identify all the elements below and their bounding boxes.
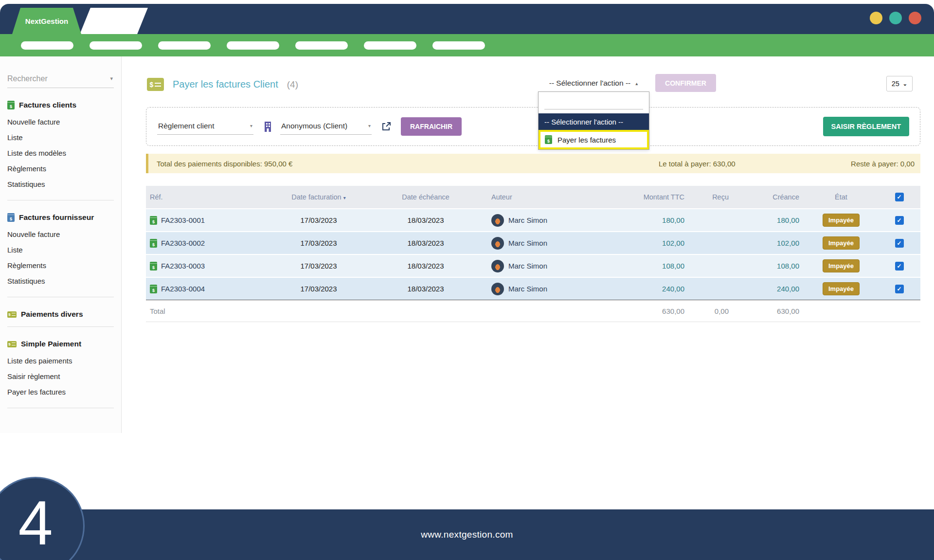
external-link-icon[interactable] bbox=[381, 122, 391, 131]
available-payments-total: Total des paiements disponibles: 950,00 … bbox=[157, 160, 292, 168]
action-dropdown-panel: -- Sélectionner l'action -- $ Payer les … bbox=[538, 91, 649, 150]
avatar bbox=[491, 260, 504, 272]
status-badge: Impayée bbox=[823, 259, 860, 272]
row-checkbox[interactable] bbox=[895, 262, 904, 271]
sidebar-section-factures-clients: $ Factures clients Nouvelle facture List… bbox=[0, 101, 121, 192]
brand-tab[interactable]: NextGestion bbox=[12, 8, 81, 34]
blank-tab[interactable] bbox=[80, 8, 148, 34]
total-to-pay: Le total à payer: 630,00 bbox=[659, 160, 736, 168]
building-icon bbox=[263, 122, 272, 132]
table-row: $FA2303-0004 17/03/2023 18/03/2023 Marc … bbox=[146, 278, 920, 300]
status-badge: Impayée bbox=[823, 214, 860, 227]
row-checkbox[interactable] bbox=[895, 239, 904, 248]
sidebar-item-payer-les-factures[interactable]: Payer les factures bbox=[7, 384, 121, 400]
section-title: Factures fournisseur bbox=[19, 213, 94, 222]
table-row: $FA2303-0002 17/03/2023 18/03/2023 Marc … bbox=[146, 232, 920, 254]
confirm-button[interactable]: CONFIRMER bbox=[655, 74, 716, 92]
sidebar-item-reglements[interactable]: Règlements bbox=[7, 258, 121, 273]
refresh-button[interactable]: RAFRAICHIR bbox=[401, 117, 462, 136]
payment-type-value: Règlement client bbox=[158, 122, 214, 130]
total-received: 0,00 bbox=[689, 307, 734, 315]
status-badge: Impayée bbox=[823, 236, 860, 250]
title-row: $ Payer les factures Client (4) -- Sélec… bbox=[146, 73, 920, 100]
page-size-select[interactable]: 25 ⌄ bbox=[886, 76, 913, 91]
author-name: Marc Simon bbox=[508, 285, 547, 293]
main-navbar bbox=[0, 34, 934, 56]
filter-panel: Règlement client ▾ Anonymous (Client) ▾ … bbox=[146, 107, 920, 146]
avatar bbox=[491, 214, 504, 227]
sidebar-item-saisir-reglement[interactable]: Saisir règlement bbox=[7, 369, 121, 384]
col-invoice-date[interactable]: Date facturation▾ bbox=[277, 193, 360, 201]
invoice-ref: FA2303-0001 bbox=[161, 216, 205, 224]
invoice-icon: $ bbox=[545, 135, 552, 144]
footer-url: www.nextgestion.com bbox=[421, 529, 513, 540]
total-amount: 630,00 bbox=[637, 307, 689, 315]
section-title: Factures clients bbox=[19, 101, 76, 109]
search-input[interactable] bbox=[7, 72, 114, 88]
remaining-to-pay: Reste à payer: 0,00 bbox=[851, 160, 915, 168]
select-all-checkbox[interactable] bbox=[895, 193, 904, 201]
nav-menu-item[interactable] bbox=[432, 41, 485, 50]
row-checkbox[interactable] bbox=[895, 216, 904, 225]
col-ref[interactable]: Réf. bbox=[146, 193, 277, 201]
nav-menu-item[interactable] bbox=[227, 41, 279, 50]
sidebar-item-nouvelle-facture[interactable]: Nouvelle facture bbox=[7, 227, 121, 242]
main-content: $ Payer les factures Client (4) -- Sélec… bbox=[146, 56, 920, 322]
sidebar-item-nouvelle-facture[interactable]: Nouvelle facture bbox=[7, 114, 121, 130]
client-value: Anonymous (Client) bbox=[281, 122, 347, 130]
client-select[interactable]: Anonymous (Client) ▾ bbox=[280, 119, 372, 135]
chevron-down-icon: ▾ bbox=[110, 75, 113, 82]
sidebar-item-statistiques[interactable]: Statistiques bbox=[7, 273, 121, 289]
nav-menu-item[interactable] bbox=[90, 41, 142, 50]
sidebar-item-reglements[interactable]: Règlements bbox=[7, 161, 121, 177]
action-select[interactable]: -- Sélectionner l'action -- ▴ bbox=[538, 79, 649, 88]
row-checkbox[interactable] bbox=[895, 285, 904, 293]
payment-card-icon: $ bbox=[7, 341, 17, 347]
author-name: Marc Simon bbox=[508, 262, 547, 270]
sort-desc-icon: ▾ bbox=[343, 195, 346, 200]
sidebar-section-header[interactable]: $ Paiements divers bbox=[7, 310, 121, 319]
nav-menu-item[interactable] bbox=[364, 41, 416, 50]
avatar bbox=[491, 237, 504, 250]
table-total-row: Total 630,00 0,00 630,00 bbox=[146, 300, 920, 322]
invoice-icon: $ bbox=[150, 239, 157, 248]
chevron-down-icon: ▾ bbox=[250, 123, 252, 128]
col-due-date[interactable]: Date échéance bbox=[360, 193, 491, 201]
sidebar: ▾ $ Factures clients Nouvelle facture Li… bbox=[0, 56, 122, 433]
sidebar-section-header[interactable]: $ Factures fournisseur bbox=[7, 213, 121, 222]
chevron-down-icon: ▾ bbox=[368, 123, 371, 128]
invoice-ref: FA2303-0003 bbox=[161, 262, 205, 270]
col-credit[interactable]: Créance bbox=[734, 193, 804, 201]
status-badge: Impayée bbox=[823, 282, 860, 295]
total-credit: 630,00 bbox=[734, 307, 804, 315]
enter-payment-button[interactable]: SAISIR RÈGLEMENT bbox=[823, 117, 909, 136]
chevron-up-icon: ▴ bbox=[635, 81, 638, 86]
sidebar-section-header[interactable]: $ Factures clients bbox=[7, 101, 121, 109]
nav-menu-item[interactable] bbox=[21, 41, 73, 50]
sidebar-item-liste-des-paiements[interactable]: Liste des paiements bbox=[7, 353, 121, 369]
invoice-icon: $ bbox=[150, 285, 157, 293]
dropdown-search[interactable] bbox=[539, 92, 649, 113]
col-amount[interactable]: Montant TTC bbox=[637, 193, 689, 201]
invoices-table: Réf. Date facturation▾ Date échéance Aut… bbox=[146, 186, 920, 322]
sidebar-section-header[interactable]: $ Simple Paiement bbox=[7, 340, 121, 348]
sidebar-item-liste-des-modeles[interactable]: Liste des modèles bbox=[7, 145, 121, 161]
chevron-down-icon: ⌄ bbox=[903, 81, 907, 87]
sidebar-item-statistiques[interactable]: Statistiques bbox=[7, 177, 121, 192]
page-count: (4) bbox=[287, 79, 298, 90]
sidebar-item-liste[interactable]: Liste bbox=[7, 130, 121, 145]
nav-menu-item[interactable] bbox=[158, 41, 211, 50]
nav-menu-item[interactable] bbox=[295, 41, 348, 50]
window-dot-yellow[interactable] bbox=[870, 12, 882, 24]
window-dot-teal[interactable] bbox=[889, 12, 902, 24]
invoice-icon: $ bbox=[7, 213, 15, 222]
dropdown-option-payer-les-factures[interactable]: $ Payer les factures bbox=[539, 130, 649, 149]
col-author[interactable]: Auteur bbox=[491, 193, 637, 201]
payment-type-select[interactable]: Règlement client ▾ bbox=[157, 119, 253, 135]
dropdown-option-select-action[interactable]: -- Sélectionner l'action -- bbox=[539, 113, 649, 130]
col-received[interactable]: Reçu bbox=[689, 193, 734, 201]
window-dot-red[interactable] bbox=[909, 12, 921, 24]
col-status[interactable]: État bbox=[804, 193, 878, 201]
divider bbox=[7, 297, 114, 297]
sidebar-item-liste[interactable]: Liste bbox=[7, 242, 121, 258]
